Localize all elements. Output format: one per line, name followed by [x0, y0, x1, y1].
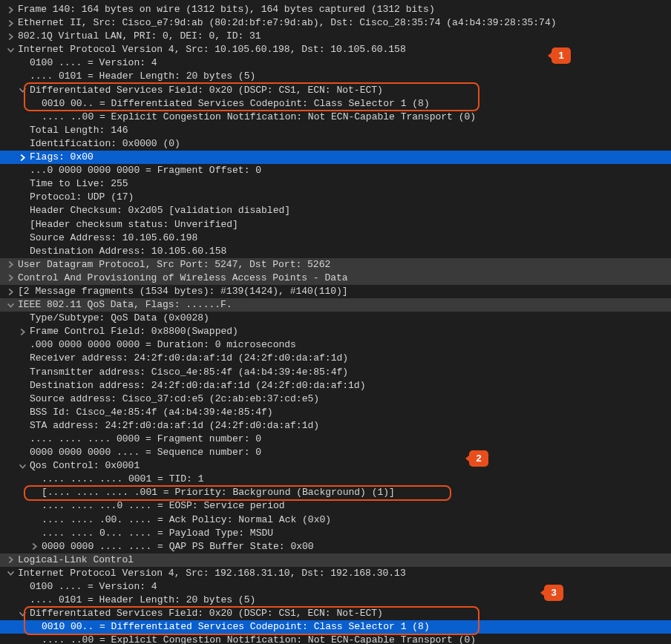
tree-row[interactable]: 0010 00.. = Differentiated Services Code…: [0, 97, 671, 111]
chevron-down-icon[interactable]: [6, 570, 15, 576]
tree-row[interactable]: .... ..00 = Explicit Congestion Notifica…: [0, 111, 671, 124]
tree-row[interactable]: ...0 0000 0000 0000 = Fragment Offset: 0: [0, 164, 671, 177]
tree-row-text: Receiver address: 24:2f:d0:da:af:1d (24:…: [30, 352, 348, 365]
chevron-down-icon[interactable]: [18, 87, 27, 93]
tree-row[interactable]: IEEE 802.11 QoS Data, Flags: ......F.: [0, 298, 671, 312]
chevron-right-icon[interactable]: [30, 543, 39, 550]
tree-row[interactable]: User Datagram Protocol, Src Port: 5247, …: [0, 258, 671, 272]
annotation-badge: 3: [544, 585, 563, 601]
tree-row-text: [.... .... .... .001 = Priority: Backgro…: [42, 486, 395, 499]
tree-row-text: BSS Id: Cisco_4e:85:4f (a4:b4:39:4e:85:4…: [30, 406, 273, 419]
tree-row[interactable]: Flags: 0x00: [0, 151, 671, 164]
tree-row[interactable]: Type/Subtype: QoS Data (0x0028): [0, 312, 671, 325]
tree-row-text: 0100 .... = Version: 4: [30, 580, 157, 594]
tree-row-text: Internet Protocol Version 4, Src: 192.16…: [18, 567, 406, 580]
tree-row[interactable]: .... .... 0... .... = Payload Type: MSDU: [0, 527, 671, 540]
tree-row-text: .... .... ...0 .... = EOSP: Service peri…: [42, 499, 285, 513]
tree-row-text: Identification: 0x0000 (0): [30, 137, 180, 151]
tree-row[interactable]: Frame Control Field: 0x8800(Swapped): [0, 325, 671, 338]
tree-row[interactable]: .... .... .... 0000 = Fragment number: 0: [0, 433, 671, 446]
chevron-right-icon[interactable]: [6, 261, 15, 268]
tree-row-text: 0100 .... = Version: 4: [30, 56, 157, 70]
tree-row[interactable]: Receiver address: 24:2f:d0:da:af:1d (24:…: [0, 352, 671, 365]
chevron-down-icon[interactable]: [18, 463, 27, 470]
tree-row-text: Ethernet II, Src: Cisco_e7:9d:ab (80:2d:…: [18, 16, 557, 30]
tree-row-text: Protocol: UDP (17): [30, 191, 134, 204]
tree-row-text: Transmitter address: Cisco_4e:85:4f (a4:…: [30, 366, 348, 379]
tree-row[interactable]: .... .... .00. .... = Ack Policy: Normal…: [0, 513, 671, 527]
tree-row[interactable]: .... 0101 = Header Length: 20 bytes (5): [0, 70, 671, 83]
tree-row-text: Qos Control: 0x0001: [30, 459, 140, 473]
tree-row-text: 0000 0000 0000 .... = Sequence number: 0: [30, 446, 261, 459]
tree-row-text: 802.1Q Virtual LAN, PRI: 0, DEI: 0, ID: …: [18, 30, 261, 43]
chevron-right-icon[interactable]: [6, 7, 15, 13]
tree-row[interactable]: [2 Message fragments (1534 bytes): #139(…: [0, 285, 671, 298]
chevron-right-icon[interactable]: [6, 33, 15, 40]
tree-row-text: User Datagram Protocol, Src Port: 5247, …: [18, 258, 330, 272]
tree-row[interactable]: 0100 .... = Version: 4: [0, 580, 671, 594]
tree-row[interactable]: Header Checksum: 0x2d05 [validation disa…: [0, 204, 671, 217]
chevron-right-icon[interactable]: [6, 289, 15, 295]
tree-row[interactable]: BSS Id: Cisco_4e:85:4f (a4:b4:39:4e:85:4…: [0, 406, 671, 419]
tree-row-text: Source Address: 10.105.60.198: [30, 231, 197, 245]
tree-row-text: Logical-Link Control: [18, 553, 134, 567]
tree-row-text: ...0 0000 0000 0000 = Fragment Offset: 0: [30, 164, 261, 177]
tree-row[interactable]: Qos Control: 0x0001: [0, 459, 671, 473]
tree-row-text: [2 Message fragments (1534 bytes): #139(…: [18, 285, 348, 298]
tree-row[interactable]: 0000 0000 0000 .... = Sequence number: 0: [0, 446, 671, 459]
tree-row-text: Frame 140: 164 bytes on wire (1312 bits)…: [18, 3, 435, 16]
chevron-down-icon[interactable]: [6, 302, 15, 309]
chevron-right-icon[interactable]: [6, 20, 15, 27]
tree-row-text: STA address: 24:2f:d0:da:af:1d (24:2f:d0…: [30, 419, 319, 433]
tree-row-text: Source address: Cisco_37:cd:e5 (2c:ab:eb…: [30, 392, 319, 406]
tree-row[interactable]: .000 0000 0000 0000 = Duration: 0 micros…: [0, 338, 671, 352]
tree-row[interactable]: 802.1Q Virtual LAN, PRI: 0, DEI: 0, ID: …: [0, 30, 671, 43]
tree-row[interactable]: Source Address: 10.105.60.198: [0, 231, 671, 245]
annotation-badge: 2: [469, 450, 488, 467]
tree-row[interactable]: Identification: 0x0000 (0): [0, 137, 671, 151]
tree-row[interactable]: .... 0101 = Header Length: 20 bytes (5): [0, 594, 671, 607]
tree-row[interactable]: STA address: 24:2f:d0:da:af:1d (24:2f:d0…: [0, 419, 671, 433]
tree-row[interactable]: .... .... .... 0001 = TID: 1: [0, 473, 671, 486]
chevron-right-icon[interactable]: [18, 329, 27, 335]
chevron-right-icon[interactable]: [6, 556, 15, 563]
tree-row-text: .... .... 0... .... = Payload Type: MSDU: [42, 527, 273, 540]
tree-row[interactable]: Time to Live: 255: [0, 177, 671, 191]
packet-tree[interactable]: Frame 140: 164 bytes on wire (1312 bits)…: [0, 0, 671, 644]
tree-row[interactable]: Internet Protocol Version 4, Src: 192.16…: [0, 567, 671, 580]
tree-row-text: 0000 0000 .... .... = QAP PS Buffer Stat…: [42, 540, 314, 553]
tree-row[interactable]: 0010 00.. = Differentiated Services Code…: [0, 620, 671, 634]
tree-row-text: Destination address: 24:2f:d0:da:af:1d (…: [30, 379, 365, 392]
tree-row[interactable]: Source address: Cisco_37:cd:e5 (2c:ab:eb…: [0, 392, 671, 406]
tree-row-text: 0010 00.. = Differentiated Services Code…: [42, 620, 430, 634]
chevron-down-icon[interactable]: [6, 47, 15, 53]
chevron-right-icon[interactable]: [18, 154, 27, 161]
tree-row[interactable]: [Header checksum status: Unverified]: [0, 218, 671, 231]
tree-row[interactable]: Differentiated Services Field: 0x20 (DSC…: [0, 607, 671, 620]
tree-row[interactable]: Differentiated Services Field: 0x20 (DSC…: [0, 84, 671, 97]
tree-row[interactable]: [.... .... .... .001 = Priority: Backgro…: [0, 486, 671, 499]
tree-row-text: Flags: 0x00: [30, 151, 94, 164]
tree-row-text: 0010 00.. = Differentiated Services Code…: [42, 97, 430, 111]
tree-row-text: Differentiated Services Field: 0x20 (DSC…: [30, 607, 383, 620]
tree-row[interactable]: 0000 0000 .... .... = QAP PS Buffer Stat…: [0, 540, 671, 553]
tree-row[interactable]: Total Length: 146: [0, 124, 671, 137]
tree-row-text: Internet Protocol Version 4, Src: 10.105…: [18, 43, 406, 56]
tree-row[interactable]: Destination address: 24:2f:d0:da:af:1d (…: [0, 379, 671, 392]
tree-row-text: Control And Provisioning of Wireless Acc…: [18, 272, 348, 285]
tree-row[interactable]: Destination Address: 10.105.60.158: [0, 245, 671, 258]
tree-row[interactable]: Logical-Link Control: [0, 553, 671, 567]
tree-row-text: .... .... .... 0000 = Fragment number: 0: [30, 433, 261, 446]
tree-row[interactable]: Control And Provisioning of Wireless Acc…: [0, 272, 671, 285]
tree-row[interactable]: .... ..00 = Explicit Congestion Notifica…: [0, 634, 671, 644]
tree-row-text: .... 0101 = Header Length: 20 bytes (5): [30, 594, 255, 607]
tree-row[interactable]: .... .... ...0 .... = EOSP: Service peri…: [0, 499, 671, 513]
tree-row-text: Type/Subtype: QoS Data (0x0028): [30, 312, 209, 325]
chevron-right-icon[interactable]: [6, 275, 15, 281]
tree-row[interactable]: Transmitter address: Cisco_4e:85:4f (a4:…: [0, 366, 671, 379]
tree-row[interactable]: Protocol: UDP (17): [0, 191, 671, 204]
chevron-down-icon[interactable]: [18, 611, 27, 617]
tree-row-text: IEEE 802.11 QoS Data, Flags: ......F.: [18, 298, 232, 312]
tree-row[interactable]: Ethernet II, Src: Cisco_e7:9d:ab (80:2d:…: [0, 16, 671, 30]
tree-row[interactable]: Frame 140: 164 bytes on wire (1312 bits)…: [0, 3, 671, 16]
